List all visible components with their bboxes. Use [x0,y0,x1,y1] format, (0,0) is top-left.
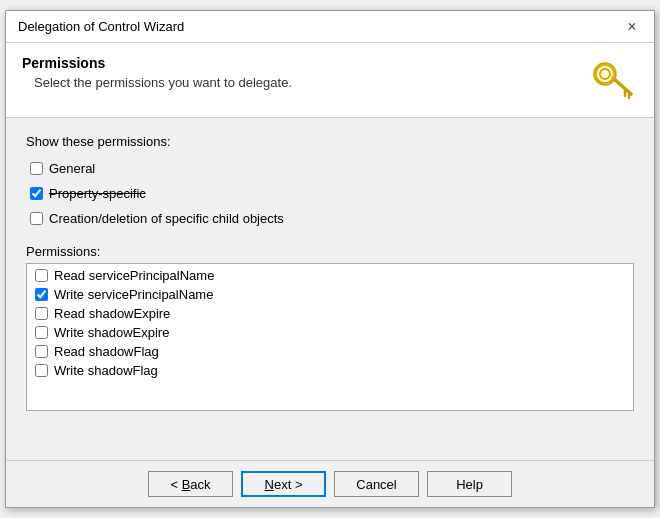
header-section: Permissions Select the permissions you w… [6,43,654,118]
list-item: Read shadowExpire [27,304,633,323]
checkbox-general-label[interactable]: General [49,161,95,176]
checkbox-creation-deletion[interactable] [30,212,43,225]
perm-label-read-shadow-flag[interactable]: Read shadowFlag [54,344,159,359]
footer: < Back Next > Cancel Help [6,460,654,507]
list-item: Read servicePrincipalName [27,266,633,285]
checkbox-read-shadow-flag[interactable] [35,345,48,358]
dialog-window: Delegation of Control Wizard × Permissio… [5,10,655,508]
perm-label-write-spn[interactable]: Write servicePrincipalName [54,287,213,302]
perm-label-write-shadow-expire[interactable]: Write shadowExpire [54,325,169,340]
checkbox-property-row: Property-specific [30,186,634,201]
title-bar: Delegation of Control Wizard × [6,11,654,43]
permissions-list[interactable]: Read servicePrincipalName Write serviceP… [26,263,634,411]
perm-label-write-shadow-flag[interactable]: Write shadowFlag [54,363,158,378]
checkbox-property-specific[interactable] [30,187,43,200]
help-button[interactable]: Help [427,471,512,497]
list-item: Write shadowExpire [27,323,633,342]
permissions-label: Permissions: [26,244,634,259]
close-button[interactable]: × [622,17,642,37]
checkbox-general[interactable] [30,162,43,175]
cancel-button[interactable]: Cancel [334,471,419,497]
permissions-section: Permissions: Read servicePrincipalName W… [26,244,634,411]
checkbox-general-row: General [30,161,634,176]
list-item: Write servicePrincipalName [27,285,633,304]
content-area: Show these permissions: General Property… [6,118,654,460]
back-underline: B [182,477,191,492]
checkbox-read-shadow-expire[interactable] [35,307,48,320]
list-item: Read shadowFlag [27,342,633,361]
next-button[interactable]: Next > [241,471,326,497]
checkbox-write-shadow-flag[interactable] [35,364,48,377]
checkbox-creation-label[interactable]: Creation/deletion of specific child obje… [49,211,284,226]
perm-label-read-shadow-expire[interactable]: Read shadowExpire [54,306,170,321]
perm-label-read-spn[interactable]: Read servicePrincipalName [54,268,214,283]
checkbox-creation-row: Creation/deletion of specific child obje… [30,211,634,226]
show-permissions-label: Show these permissions: [26,134,634,149]
checkbox-write-spn[interactable] [35,288,48,301]
header-text: Permissions Select the permissions you w… [22,55,292,90]
header-title: Permissions [22,55,292,71]
svg-point-5 [595,64,615,84]
checkbox-property-label: Property-specific [49,186,146,201]
checkbox-read-spn[interactable] [35,269,48,282]
header-subtitle: Select the permissions you want to deleg… [34,75,292,90]
svg-line-2 [613,78,631,94]
dialog-title: Delegation of Control Wizard [18,19,184,34]
key-icon [588,55,638,105]
list-item: Write shadowFlag [27,361,633,380]
checkbox-write-shadow-expire[interactable] [35,326,48,339]
next-underline: N [265,477,274,492]
back-button[interactable]: < Back [148,471,233,497]
property-specific-strikethrough: Property-specific [49,186,146,201]
